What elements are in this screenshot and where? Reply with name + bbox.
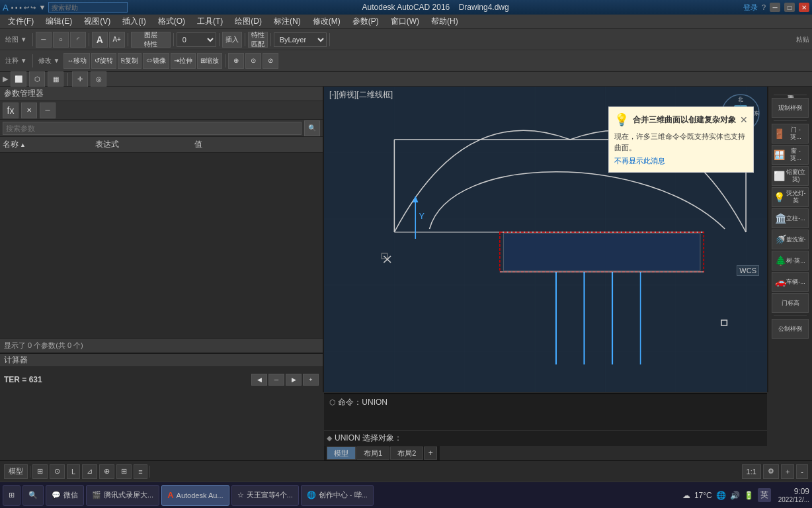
- layout1-tab[interactable]: 布局1: [356, 446, 389, 460]
- tb-snap4[interactable]: ✛: [72, 71, 88, 87]
- search-input[interactable]: [48, 2, 128, 13]
- calc-add-btn[interactable]: +: [303, 374, 319, 386]
- minimize-button[interactable]: ─: [770, 3, 780, 12]
- menu-window[interactable]: 窗口(W): [386, 15, 425, 28]
- clock-date: 2022/12/...: [778, 496, 809, 503]
- tb-snap1[interactable]: ⊕: [228, 53, 244, 69]
- tb-browser[interactable]: 🌐 创作中心 - 哔...: [301, 485, 374, 506]
- tb-wechat[interactable]: 💬 微信: [46, 485, 84, 506]
- start-btn[interactable]: ⊞: [3, 485, 20, 506]
- rp-observe[interactable]: 观制样例: [772, 98, 809, 118]
- tb-copy[interactable]: ⎘复制: [118, 53, 142, 69]
- sb-dynin-btn[interactable]: ⊞: [116, 464, 132, 479]
- tb-ellipse[interactable]: ⬡: [29, 71, 45, 87]
- sb-model-indicator[interactable]: 模型: [4, 464, 28, 479]
- layout2-tab[interactable]: 布局2: [390, 446, 423, 460]
- menu-dimension[interactable]: 标注(N): [268, 15, 306, 28]
- tooltip-close-btn[interactable]: ✕: [740, 114, 748, 125]
- tb-scale[interactable]: ⊞缩放: [197, 53, 222, 69]
- tb-line[interactable]: ─: [36, 32, 52, 48]
- bilibili-icon: ☆: [237, 491, 244, 499]
- search-taskbar-btn[interactable]: 🔍: [22, 485, 44, 506]
- tb-snap3[interactable]: ⊘: [263, 53, 278, 69]
- tb-polyline[interactable]: ⬜: [11, 71, 26, 87]
- menu-modify[interactable]: 修改(M): [307, 15, 346, 28]
- rp-pillar[interactable]: 🏛️ 立柱-...: [772, 208, 809, 228]
- tooltip-link[interactable]: 不再显示此消息: [614, 155, 748, 167]
- sb-polar-btn[interactable]: ⊿: [82, 464, 97, 479]
- rp-door-elevation[interactable]: 门标高: [772, 293, 809, 313]
- tb-text[interactable]: A: [92, 32, 108, 48]
- viewport[interactable]: [-][俯视][二维线框]: [324, 87, 767, 392]
- login-button[interactable]: 登录: [743, 3, 758, 13]
- search-params-input[interactable]: [3, 122, 302, 135]
- tb-arc[interactable]: ◜: [70, 32, 86, 48]
- menu-draw[interactable]: 绘图(D): [229, 15, 267, 28]
- calc-dash-btn[interactable]: ─: [268, 374, 284, 386]
- sb-coords-btn[interactable]: 1:1: [742, 464, 761, 479]
- rp-door-en[interactable]: 🚪 门 - 英...: [772, 124, 809, 144]
- menu-format[interactable]: 格式(O): [153, 15, 190, 28]
- sb-osnap-btn[interactable]: ⊕: [99, 464, 114, 479]
- menu-tools[interactable]: 工具(T): [192, 15, 228, 28]
- rp-aluminum-en[interactable]: ⬜ 铝窗(立英): [772, 166, 809, 186]
- menu-params[interactable]: 参数(P): [347, 15, 384, 28]
- add-layout-btn[interactable]: +: [424, 446, 437, 460]
- sb-settings-btn[interactable]: ⚙: [763, 464, 779, 479]
- menu-help[interactable]: 帮助(H): [426, 15, 464, 28]
- model-tab[interactable]: 模型: [327, 446, 356, 460]
- sb-snap-btn[interactable]: ⊙: [50, 464, 65, 479]
- rp-fluorescent[interactable]: 💡 荧光灯-英: [772, 187, 809, 207]
- tb-autocad[interactable]: A Autodesk Au...: [161, 485, 229, 506]
- calc-prev-btn[interactable]: ◀: [251, 374, 267, 386]
- tb-bilibili[interactable]: ☆ 天王宣等4个...: [231, 485, 299, 506]
- menu-file[interactable]: 文件(F): [3, 15, 39, 28]
- sb-zoom-in-btn[interactable]: +: [781, 464, 794, 479]
- rp-bathroom[interactable]: 🚿 盥洗室-: [772, 230, 809, 249]
- rp-window-en[interactable]: 🪟 窗 - 英...: [772, 145, 809, 165]
- param-close-btn[interactable]: ✕: [21, 103, 37, 118]
- col-name-header[interactable]: 名称 ▲: [3, 139, 95, 150]
- col-expr-header[interactable]: 表达式: [95, 139, 194, 150]
- rp-tree[interactable]: 🌲 树-英...: [772, 251, 809, 271]
- cmd-input-area: ◆ UNION 选择对象：: [324, 430, 767, 446]
- tb-hatch[interactable]: ▦: [48, 71, 63, 87]
- tb-rotate[interactable]: ↺旋转: [91, 53, 116, 69]
- tb-layer-prop[interactable]: 图层特性: [131, 32, 171, 48]
- color-combo[interactable]: ByLayer: [274, 32, 327, 47]
- cmd-input-field[interactable]: [405, 434, 764, 443]
- sb-grid-btn[interactable]: ⊞: [32, 464, 48, 479]
- tb-prop[interactable]: 特性匹配: [248, 32, 268, 48]
- close-button[interactable]: ✕: [799, 3, 809, 12]
- tb-insert[interactable]: 插入: [222, 32, 242, 48]
- col-val-header[interactable]: 值: [194, 139, 320, 150]
- layer-combo[interactable]: 0: [177, 32, 216, 47]
- sb-zoom-out-btn[interactable]: -: [796, 464, 808, 479]
- autocad-icon: A: [167, 490, 173, 500]
- menu-insert[interactable]: 插入(I): [117, 15, 151, 28]
- menu-edit[interactable]: 编辑(E): [40, 15, 77, 28]
- tb-screenrecord[interactable]: 🎬 腾讯式录屏大...: [86, 485, 159, 506]
- sb-ortho-btn[interactable]: L: [67, 464, 80, 479]
- help-icon[interactable]: ?: [762, 3, 766, 11]
- rp-vehicle[interactable]: 🚗 车辆-...: [772, 272, 809, 292]
- tb-snap5[interactable]: ◎: [91, 71, 106, 87]
- tb-circle[interactable]: ○: [53, 32, 69, 48]
- calc-next-btn[interactable]: ▶: [286, 374, 302, 386]
- tb-stretch[interactable]: ⇥拉伸: [171, 53, 196, 69]
- tb-move[interactable]: ↔移动: [63, 53, 90, 69]
- volume-icon[interactable]: 🔊: [730, 491, 740, 500]
- maximize-button[interactable]: □: [784, 3, 795, 12]
- param-dash-btn[interactable]: ─: [40, 103, 56, 118]
- tb-mtext[interactable]: A+: [109, 32, 125, 48]
- tb-snap2[interactable]: ⊙: [245, 53, 261, 69]
- network-icon[interactable]: 🌐: [716, 491, 726, 500]
- rp-metric-sample[interactable]: 公制样例: [772, 319, 809, 339]
- dropdown-arrow[interactable]: ▼: [38, 3, 46, 11]
- sb-lineweight-btn[interactable]: ≡: [134, 464, 147, 479]
- search-btn[interactable]: 🔍: [304, 120, 320, 136]
- tb-mirror[interactable]: ⇔镜像: [143, 53, 169, 69]
- language-indicator[interactable]: 英: [758, 488, 771, 502]
- menu-view[interactable]: 视图(V): [79, 15, 116, 28]
- param-add-btn[interactable]: fx: [3, 103, 19, 118]
